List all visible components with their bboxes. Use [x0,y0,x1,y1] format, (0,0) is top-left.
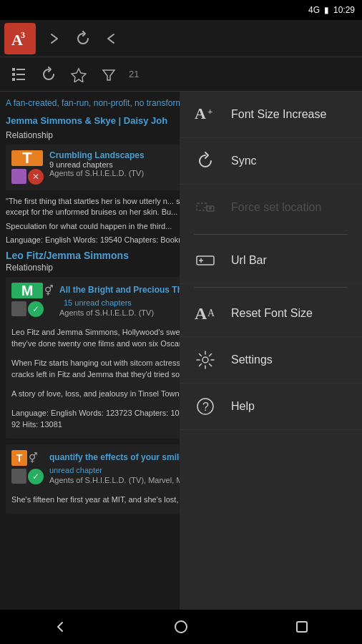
menu-font-size-increase[interactable]: A + Font Size Increase [180,92,362,138]
back-button[interactable] [99,26,124,52]
force-location-icon [194,196,217,219]
svg-rect-8 [16,79,25,80]
svg-rect-4 [16,69,25,70]
menu-settings-label: Settings [231,353,273,366]
nav-back-button[interactable] [39,610,82,644]
forward-button[interactable] [41,26,67,52]
svg-point-24 [175,621,187,633]
time-display: 10:29 [333,5,355,15]
filter-author: Jemma Simmons & Skye | Daisy Joh [6,115,167,126]
fic-badge-3: ✓ [28,469,44,484]
svg-text:A: A [195,304,207,323]
help-icon: ? [194,395,217,418]
top-toolbar: A 3 [0,20,362,57]
refresh-list-button[interactable] [36,62,62,87]
svg-text:?: ? [202,401,209,413]
bookmark-button[interactable] [66,62,92,87]
menu-force-location: Force set location [180,185,362,231]
nav-home-button[interactable] [160,610,202,644]
menu-help[interactable]: ? Help [180,384,362,430]
fic-icon-2a: M [11,283,43,298]
refresh-button[interactable] [70,26,96,52]
menu-url-bar-label: Url Bar [231,254,267,267]
svg-point-15 [209,207,212,210]
sync-icon [194,150,217,172]
svg-rect-12 [197,203,207,210]
signal-icon: 4G [308,5,320,15]
menu-font-size-increase-label: Font Size Increase [231,108,326,121]
nav-square-button[interactable] [280,610,323,644]
filter-button[interactable] [96,62,122,87]
main-content: A fan-created, fan-run, non-profit, no t… [0,92,362,610]
fic-badge-2: ✓ [28,301,44,317]
reset-font-icon: A A [194,302,217,325]
svg-text:A: A [207,308,215,318]
menu-divider-2 [194,287,348,288]
svg-marker-9 [72,69,86,82]
menu-settings[interactable]: Settings [180,337,362,384]
menu-force-location-label: Force set location [231,201,321,214]
dropdown-menu: A + Font Size Increase Sync [180,92,362,610]
svg-rect-3 [12,68,15,71]
svg-rect-7 [12,78,15,81]
svg-text:A: A [195,104,206,122]
menu-sync[interactable]: Sync [180,138,362,185]
fic-badge-1: ✕ [28,169,44,185]
status-bar: 4G ▮ 10:29 [0,0,362,20]
secondary-toolbar: 21 [0,57,362,92]
fic-chapters-2: 15 unread chapters [64,298,132,307]
url-bar-icon [194,249,217,272]
menu-reset-font-label: Reset Font Size [231,307,313,320]
menu-sync-label: Sync [231,155,257,167]
menu-url-bar[interactable]: Url Bar [180,238,362,284]
menu-divider [194,234,348,235]
menu-help-label: Help [231,400,255,413]
svg-rect-25 [297,622,307,632]
app-logo[interactable]: A 3 [4,23,36,54]
fic-icon-1: T [11,150,43,166]
svg-text:+: + [207,106,212,117]
list-view-button[interactable] [6,62,31,87]
svg-rect-5 [12,73,15,76]
settings-icon [194,348,217,371]
svg-rect-6 [16,74,25,75]
battery-icon: ▮ [324,5,329,15]
fic-icon-3a: T [11,450,27,466]
bottom-navigation [0,610,362,644]
menu-reset-font[interactable]: A A Reset Font Size [180,291,362,337]
font-size-increase-icon: A + [194,103,217,126]
svg-point-21 [202,357,208,363]
page-number: 21 [129,69,139,79]
svg-text:3: 3 [21,30,25,40]
